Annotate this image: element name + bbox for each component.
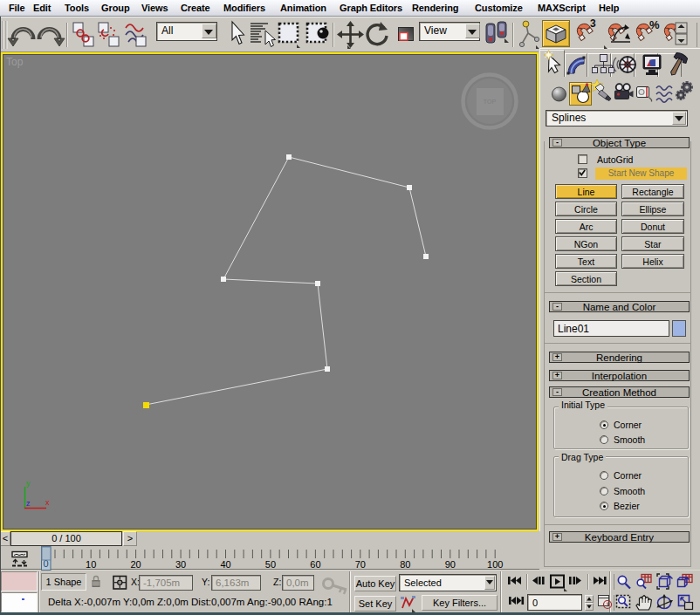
svg-text:90: 90	[445, 559, 456, 570]
svg-text:60: 60	[310, 559, 320, 570]
svg-text:100: 100	[487, 559, 503, 570]
svg-text:40: 40	[220, 559, 230, 570]
svg-text:y: y	[26, 479, 31, 488]
svg-text:50: 50	[265, 559, 276, 570]
svg-text:80: 80	[400, 559, 410, 570]
svg-text:x: x	[45, 498, 50, 507]
svg-text:30: 30	[175, 559, 186, 570]
svg-text:70: 70	[355, 559, 366, 570]
svg-text:10: 10	[86, 559, 96, 570]
svg-text:20: 20	[130, 559, 141, 570]
svg-text:%: %	[649, 18, 660, 31]
svg-text:TOP: TOP	[484, 99, 497, 105]
svg-text:z: z	[26, 499, 31, 508]
svg-text:3: 3	[590, 17, 596, 30]
